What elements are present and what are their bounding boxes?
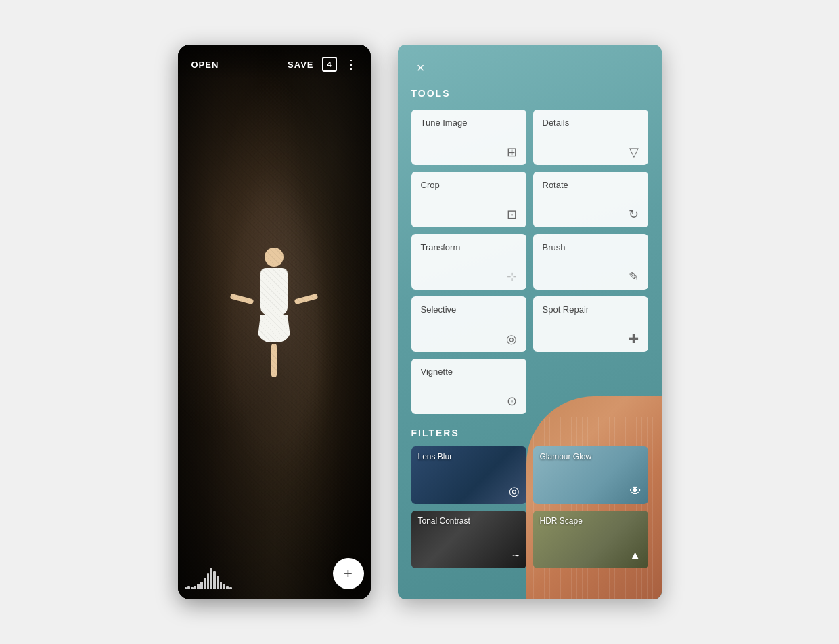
histogram-bar xyxy=(207,573,210,589)
tool-icon-details: ▽ xyxy=(629,146,639,158)
filter-card-lens-blur[interactable]: Lens Blur ◎ xyxy=(411,446,526,504)
filter-icon-hdr-scape: ▲ xyxy=(629,549,641,563)
phone-header: OPEN SAVE 4 ⋮ xyxy=(178,45,371,80)
close-icon: × xyxy=(417,60,425,76)
histogram-bar xyxy=(185,587,187,589)
filter-card-hdr-scape[interactable]: HDR Scape ▲ xyxy=(533,511,648,568)
phone-mockup: OPEN SAVE 4 ⋮ + xyxy=(178,45,371,599)
tool-name-transform: Transform xyxy=(421,242,517,252)
fab-add-button[interactable]: + xyxy=(333,558,364,589)
tool-card-transform[interactable]: Transform ⊹ xyxy=(411,234,526,290)
photo-bg xyxy=(178,45,371,599)
filter-card-tonal-contrast[interactable]: Tonal Contrast ~ xyxy=(411,511,526,568)
filter-label-glamour-glow: Glamour Glow xyxy=(540,452,592,461)
phone-header-right: SAVE 4 ⋮ xyxy=(288,57,357,72)
tools-section-title: TOOLS xyxy=(411,88,648,99)
histogram-bar xyxy=(200,582,203,589)
histogram-bar xyxy=(191,587,194,589)
tool-card-tune-image[interactable]: Tune Image ⊞ xyxy=(411,110,526,165)
histogram-bar xyxy=(223,584,225,589)
phone-bottom: + xyxy=(178,545,371,599)
add-icon: + xyxy=(344,565,353,582)
more-menu-icon[interactable]: ⋮ xyxy=(345,58,357,70)
app-container: OPEN SAVE 4 ⋮ + xyxy=(164,31,675,613)
tool-icon-crop: ⊡ xyxy=(507,208,517,221)
tool-name-vignette: Vignette xyxy=(421,367,517,377)
tool-card-crop[interactable]: Crop ⊡ xyxy=(411,172,526,227)
open-button[interactable]: OPEN xyxy=(191,60,219,70)
filters-grid: Lens Blur ◎ Glamour Glow 👁 Tonal Contras… xyxy=(411,446,648,568)
tool-name-details: Details xyxy=(543,118,639,128)
save-button[interactable]: SAVE xyxy=(288,60,313,70)
tool-icon-vignette: ⊙ xyxy=(507,395,517,407)
tool-icon-rotate: ↻ xyxy=(629,208,639,221)
tool-name-brush: Brush xyxy=(543,242,639,252)
histogram-bar xyxy=(194,586,197,589)
tool-name-spot-repair: Spot Repair xyxy=(543,304,639,315)
tool-card-brush[interactable]: Brush ✎ xyxy=(533,234,648,290)
tool-name-tune-image: Tune Image xyxy=(421,118,517,128)
filter-icon-glamour-glow: 👁 xyxy=(629,484,641,499)
tool-name-rotate: Rotate xyxy=(543,180,639,190)
tool-icon-selective: ◎ xyxy=(506,333,517,345)
texture-overlay xyxy=(178,45,371,599)
filter-label-tonal-contrast: Tonal Contrast xyxy=(418,516,470,526)
histogram-bar xyxy=(213,571,216,589)
tools-panel: × TOOLS Tune Image ⊞ Details ▽ Crop ⊡ Ro… xyxy=(398,45,662,599)
tool-icon-brush: ✎ xyxy=(629,271,639,283)
histogram-bar xyxy=(229,587,232,589)
undo-badge[interactable]: 4 xyxy=(322,57,337,72)
histogram xyxy=(185,562,232,589)
tool-name-crop: Crop xyxy=(421,180,517,190)
filter-icon-tonal-contrast: ~ xyxy=(512,549,520,563)
tool-card-spot-repair[interactable]: Spot Repair ✚ xyxy=(533,296,648,352)
histogram-bar xyxy=(220,582,223,589)
tool-icon-spot-repair: ✚ xyxy=(629,333,639,345)
close-button[interactable]: × xyxy=(411,58,430,77)
tool-card-rotate[interactable]: Rotate ↻ xyxy=(533,172,648,227)
histogram-bar xyxy=(226,586,229,589)
phone-header-left: OPEN xyxy=(191,58,219,70)
tool-card-vignette[interactable]: Vignette ⊙ xyxy=(411,359,526,414)
tools-panel-content: × TOOLS Tune Image ⊞ Details ▽ Crop ⊡ Ro… xyxy=(398,45,662,599)
histogram-bar xyxy=(210,568,212,589)
tool-card-selective[interactable]: Selective ◎ xyxy=(411,296,526,352)
tool-name-selective: Selective xyxy=(421,304,517,315)
filter-label-lens-blur: Lens Blur xyxy=(418,452,453,461)
histogram-bar xyxy=(204,578,206,589)
tool-card-details[interactable]: Details ▽ xyxy=(533,110,648,165)
histogram-bar xyxy=(187,586,190,589)
histogram-bar xyxy=(217,576,219,589)
tools-grid: Tune Image ⊞ Details ▽ Crop ⊡ Rotate ↻ T… xyxy=(411,110,648,414)
filter-card-glamour-glow[interactable]: Glamour Glow 👁 xyxy=(533,446,648,504)
filter-icon-lens-blur: ◎ xyxy=(509,484,520,499)
histogram-bar xyxy=(197,584,200,589)
tool-icon-tune-image: ⊞ xyxy=(507,146,517,158)
filters-section-title: FILTERS xyxy=(411,428,648,438)
tool-icon-transform: ⊹ xyxy=(507,271,517,283)
filter-label-hdr-scape: HDR Scape xyxy=(540,516,583,526)
